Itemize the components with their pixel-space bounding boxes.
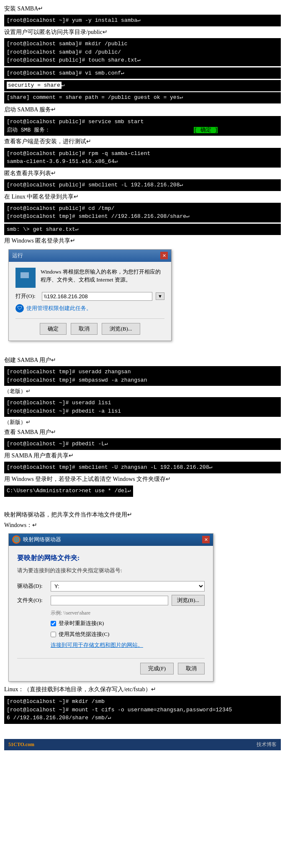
map-folder-label: 文件夹(O): [17,596,47,605]
run-dialog-cancel-button[interactable]: 取消 [71,323,98,335]
map-drive-label: 驱动器(D): [17,582,47,591]
run-dialog-browse-button[interactable]: 浏览(B)... [102,323,140,335]
spacer-2 [4,499,281,509]
run-dialog-admin-row: 🛡 使用管理权限创建此任务。 [15,304,164,313]
map-dialog-icon: 🌐 [12,535,21,544]
map-network-dialog: 🌐 映射网络驱动器 ✕ 要映射的网络文件夹: 请为要连接到的连接和文件夹指定驱动… [8,533,213,682]
map-dialog-cancel-button[interactable]: 取消 [178,663,205,674]
cmd-pdbedit-L: [root@localhost ~]# pdbedit -L↵ [4,438,281,450]
run-dialog-close-button[interactable]: ✕ [160,252,168,259]
map-dialog-body: 要映射的网络文件夹: 请为要连接到的连接和文件夹指定驱动器号: 驱动器(D): … [9,546,213,681]
map-drive-select[interactable]: Y: Z: X: [51,581,205,592]
map-drive-row: 驱动器(D): Y: Z: X: [17,581,205,592]
run-dialog-open-row: 打开(O): ▼ [15,292,164,301]
text-win-login-clear: 用 Windows 登录时，若登录不上试着清空 Windows 文件夹缓存↵ [4,475,281,484]
text-map-drive: 映射网络驱动器，把共享文件当作本地文件使用↵ [4,510,281,519]
map-online-storage-link[interactable]: 连接到可用于存储文档和图片的网站。 [51,641,205,650]
map-folder-input[interactable] [51,596,168,605]
page-wrapper: 安装 SAMBA↵ [root@localhost ~]# yum -y ins… [0,0,285,754]
map-example-text: 示例: \\server\share [51,609,205,617]
map-other-creds-label: 使用其他凭据连接(C) [59,630,109,639]
cmd-rpm-samba-client: [root@localhost public]# rpm -q samba-cl… [4,148,281,168]
text-linux-mount: Linux：（直接挂载到本地目录，永久保存写入/etc/fstab）↵ [4,685,281,694]
spacer-1 [4,344,281,354]
footer-site-name: 51CTO.com [8,741,34,749]
security-share-value: security = share [7,82,62,89]
text-windows-label: Windows：↵ [4,521,281,530]
cmd-useradd-lisi: [root@localhost ~]# useradd lisi [root@l… [4,397,281,417]
map-dialog-title-row: 🌐 映射网络驱动器 [12,535,61,544]
text-linux-login: 在 Linux 中匿名登录到共享↵ [4,192,281,202]
cmd-smbclient-L: [root@localhost public]# smbclient -L 19… [4,179,281,191]
run-dialog-title-text: 运行 [12,251,23,260]
map-dialog-titlebar: 🌐 映射网络驱动器 ✕ [9,534,213,546]
text-anonymous-dir: 设置用户可以匿名访问共享目录/public↵ [4,28,281,37]
footer-site-label: 技术博客 [257,741,277,749]
cmd-smbclient-U-zhangsan: [root@localhost tmp]# smbclient -U zhang… [4,462,281,473]
map-dialog-title-text: 映射网络驱动器 [23,535,61,544]
svg-rect-3 [21,281,28,282]
note-old: （老版）↵ [4,387,281,396]
run-dialog-computer-icon [15,268,36,288]
text-start-smb: 启动 SAMBA 服务↵ [4,105,281,114]
run-dialog-admin-icon: 🛡 [15,304,24,313]
run-dialog-titlebar: 运行 ✕ [9,250,171,262]
smb-comma: ↵ [62,82,65,88]
run-dialog-open-input[interactable] [42,292,152,301]
map-dialog-close-button[interactable]: ✕ [202,536,210,543]
map-folder-row: 文件夹(O): 浏览(B)... [17,595,205,606]
map-dialog-buttons: 完成(F) 取消 [17,658,205,674]
run-dialog-dropdown-button[interactable]: ▼ [156,292,164,300]
smb-conf-security: security = share↵ [4,80,281,91]
smb-ok-badge: [ 确定 ] [194,127,218,133]
text-check-client: 查看客户端是否安装，进行测试↵ [4,137,281,146]
cmd-net-use: C:\Users\Administrator>net use * /del↵ [4,486,133,497]
cmd-install-samba: [root@localhost ~]# yum -y install samba… [4,15,281,26]
map-checkbox-reconnect: 登录时重新连接(R) [51,619,205,628]
run-dialog-desc: Windows 将根据您所输入的名称，为您打开相应的程序、文件夹、文档或 Int… [41,268,164,284]
run-dialog-body: Windows 将根据您所输入的名称，为您打开相应的程序、文件夹、文档或 Int… [9,262,171,341]
run-dialog-buttons: 确定 取消 浏览(B)... [15,318,164,335]
map-dialog-finish-button[interactable]: 完成(F) [140,663,174,674]
map-reconnect-label: 登录时重新连接(R) [59,619,104,628]
run-dialog-admin-text: 使用管理权限创建此任务。 [26,304,92,313]
run-dialog: 运行 ✕ Windows 将根据您所输入的名称，为您打开相应的程序、文件夹、文档… [8,249,172,341]
note-new: （新版）↵ [4,418,281,427]
text-use-samba-list: 用 SAMBA 用户查看共享↵ [4,451,281,460]
run-dialog-open-label: 打开(O): [15,292,39,301]
text-check-samba-user: 查看 SAMBA 用户↵ [4,428,281,437]
svg-rect-2 [22,279,27,281]
cmd-linux-mount: [root@localhost ~]# mkdir /smb [root@loc… [4,696,281,724]
map-other-creds-checkbox[interactable] [51,632,56,637]
map-browse-button[interactable]: 浏览(B)... [172,595,205,606]
map-reconnect-checkbox[interactable] [51,621,56,626]
footer-bar: 51CTO.com 技术博客 [4,739,281,750]
cmd-service-smb-start: [root@localhost public]# service smb sta… [4,116,281,136]
heading-install-samba: 安装 SAMBA↵ [4,4,281,13]
text-anon-list: 匿名查看共享列表↵ [4,169,281,178]
run-dialog-title-left: 运行 [12,251,23,260]
cmd-cd-tmp-share: [root@localhost public]# cd /tmp/ [root@… [4,203,281,222]
run-dialog-icon-row: Windows 将根据您所输入的名称，为您打开相应的程序、文件夹、文档或 Int… [15,268,164,288]
cmd-get-share: smb: \> get share.txt↵ [4,224,281,235]
text-create-user: 创建 SAMBA 用户↵ [4,356,281,365]
smb-share-section: [share] comment = share path = /public g… [4,92,281,103]
cmd-mkdir-cd-touch: [root@localhost samba]# mkdir /public [r… [4,38,281,66]
map-dialog-heading: 要映射的网络文件夹: [17,553,205,563]
cmd-vi-smb: [root@localhost samba]# vi smb.conf↵ [4,67,281,79]
svg-rect-1 [21,272,29,278]
map-checkbox-other-creds: 使用其他凭据连接(C) [51,630,205,639]
cmd-useradd-zhangsan: [root@localhost tmp]# useradd zhangsan [… [4,366,281,386]
text-win-anon: 用 Windows 匿名登录共享↵ [4,236,281,245]
spacer-3 [4,726,281,735]
run-dialog-ok-button[interactable]: 确定 [40,323,67,335]
map-dialog-subtitle: 请为要连接到的连接和文件夹指定驱动器号: [17,566,205,575]
